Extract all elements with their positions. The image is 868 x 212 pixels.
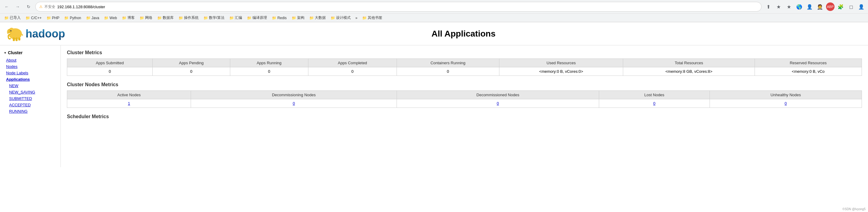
bookmark-label: 博客 [127,15,135,20]
col-apps-completed: Apps Completed [308,59,397,67]
cluster-header: ▼ Cluster [0,48,61,57]
bookmark-label: 数学/算法 [209,15,224,20]
bookmark-star-icon[interactable]: ★ [774,2,783,11]
folder-icon: 📁 [104,16,108,20]
security-icon: ⚠ [39,5,42,9]
cell-decommissioning-nodes[interactable]: 0 [191,99,397,108]
extension-icon2[interactable]: 👤 [805,2,814,11]
sidebar-item-nodes[interactable]: Nodes [0,63,61,70]
sidebar-item-new-saving[interactable]: NEW_SAVING [0,89,61,95]
cell-total-resources: <memory:8 GB, vCores:8> [623,67,754,76]
sidebar-item-new[interactable]: NEW [0,83,61,89]
col-used-resources: Used Resources [499,59,623,67]
cluster-metrics-title: Cluster Metrics [67,50,862,55]
folder-icon: 📁 [140,16,144,20]
svg-rect-6 [13,37,15,41]
folder-icon: 📁 [4,16,9,20]
col-reserved-resources: Reserved Resources [754,59,862,67]
bookmark-cpp[interactable]: 📁 C/C++ [24,15,43,21]
bookmark-java[interactable]: 📁 Java [84,15,101,21]
sidebar-item-accepted[interactable]: ACCEPTED [0,102,61,108]
bookmark-label: Redis [277,16,287,20]
bookmark-arch[interactable]: 📁 架构 [290,15,306,21]
page-title: All Applications [65,29,862,39]
bookmark-label: 编译原理 [252,15,267,20]
bookmark-redis[interactable]: 📁 Redis [270,15,289,21]
folder-icon: 📁 [26,16,30,20]
bookmark-network[interactable]: 📁 网络 [138,15,154,21]
bookmark-label: 其他书签 [368,15,382,20]
extension-icon3[interactable]: 🤵 [816,2,824,11]
cell-containers-running: 0 [397,67,499,76]
bookmark-imported[interactable]: 📁 已导入 [2,15,23,21]
browser-icons: ⬆ ★ ★ 🌎 👤 🤵 ABP 🧩 ◻ 👤 [764,2,866,11]
sidebar-item-running[interactable]: RUNNING [0,108,61,114]
extension-icon4[interactable]: ABP [826,2,835,11]
bookmark-filled-icon[interactable]: ★ [785,2,793,11]
scheduler-metrics-title: Scheduler Metrics [67,114,862,120]
cell-apps-submitted: 0 [67,67,153,76]
col-containers-running: Containers Running [397,59,499,67]
back-button[interactable]: ← [2,2,11,11]
cell-apps-completed: 0 [308,67,397,76]
url-input[interactable] [57,5,757,9]
bookmark-math[interactable]: 📁 数学/算法 [202,15,226,21]
folder-icon: 📁 [122,16,126,20]
bookmark-others[interactable]: 📁 其他书签 [361,15,384,21]
extension-icon1[interactable]: 🌎 [795,2,804,11]
bookmark-label: Java [92,16,99,20]
bookmark-database[interactable]: 📁 数据库 [155,15,176,21]
puzzle-icon[interactable]: 🧩 [836,2,845,11]
bookmark-label: 数据库 [163,15,174,20]
cell-apps-pending: 0 [152,67,230,76]
folder-icon: 📁 [247,16,251,20]
folder-icon: 📁 [309,16,314,20]
bookmark-php[interactable]: 📁 PHP [45,15,61,21]
bookmark-assembly[interactable]: 📁 汇编 [227,15,244,21]
bookmark-web[interactable]: 📁 Web [102,15,119,21]
sidebar-item-about[interactable]: About [0,57,61,63]
col-apps-submitted: Apps Submitted [67,59,153,67]
bookmark-label: 已导入 [10,15,21,20]
sidebar-item-node-labels[interactable]: Node Labels [0,70,61,76]
hadoop-elephant-icon [6,25,24,42]
maximize-icon[interactable]: ◻ [847,2,855,11]
hadoop-logo-text: hadoop [26,27,65,40]
folder-icon: 📁 [229,16,234,20]
cell-decommissioned-nodes[interactable]: 0 [397,99,599,108]
bookmark-label: Web [110,16,117,20]
bookmark-bigdata[interactable]: 📁 大数据 [308,15,328,21]
folder-icon: 📁 [46,16,51,20]
bookmark-python[interactable]: 📁 Python [62,15,83,21]
cluster-nodes-row: 1 0 0 0 0 [67,99,862,108]
cell-active-nodes[interactable]: 1 [67,99,191,108]
bookmark-label: PHP [52,16,60,20]
folder-icon: 📁 [64,16,69,20]
cluster-metrics-table: Apps Submitted Apps Pending Apps Running… [67,58,862,76]
col-total-resources: Total Resources [623,59,754,67]
bookmark-label: 架构 [297,15,304,20]
col-active-nodes: Active Nodes [67,91,191,99]
profile-icon[interactable]: 👤 [857,2,866,11]
bookmark-more[interactable]: » [354,15,360,21]
reload-button[interactable]: ↻ [24,2,33,11]
cell-unhealthy-nodes[interactable]: 0 [710,99,862,108]
share-icon[interactable]: ⬆ [764,2,773,11]
folder-icon: 📁 [272,16,276,20]
sidebar-item-applications[interactable]: Applications [0,76,61,83]
bookmark-blog[interactable]: 📁 博客 [120,15,136,21]
content-area: Cluster Metrics Apps Submitted Apps Pend… [61,45,868,167]
sidebar-item-submitted[interactable]: SUBMITTED [0,95,61,102]
svg-rect-8 [18,37,20,41]
cell-reserved-resources: <memory:0 B, vCo [754,67,862,76]
cluster-nodes-metrics-table: Active Nodes Decommissioning Nodes Decom… [67,90,862,108]
bookmark-os[interactable]: 📁 操作系统 [177,15,200,21]
bookmark-label: 大数据 [315,15,326,20]
forward-button[interactable]: → [13,2,22,11]
bookmark-design[interactable]: 📁 设计模式 [329,15,352,21]
bookmark-compiler[interactable]: 📁 编译原理 [245,15,269,21]
folder-icon: 📁 [204,16,208,20]
bookmarks-bar: 📁 已导入 📁 C/C++ 📁 PHP 📁 Python 📁 Java 📁 We… [0,14,868,22]
cell-lost-nodes[interactable]: 0 [599,99,710,108]
page-title-area: All Applications [65,29,862,39]
